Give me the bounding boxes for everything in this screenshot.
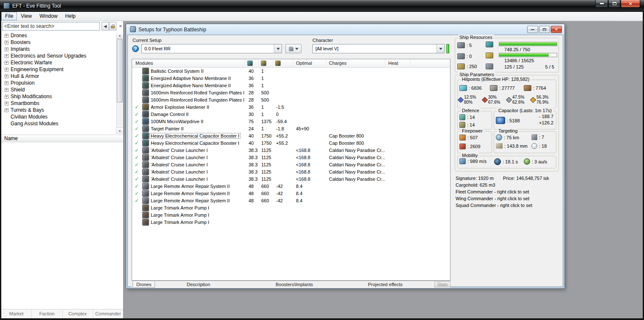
name-column-header[interactable]: Name [1,135,123,142]
help-icon[interactable]: ? [132,45,139,52]
tab-description[interactable]: Description [183,281,213,287]
powergrid-icon[interactable] [261,61,266,66]
titlebar[interactable]: EFT - Eve Fitting Tool × [0,0,644,12]
sidebar-tab-complex[interactable]: Complex [63,309,93,318]
module-row[interactable]: ✓'Arbalest' Cruise Launcher I38.31125<16… [132,168,450,176]
module-row[interactable]: ✓Armor Explosive Hardener II361-1.5 [132,104,450,111]
module-row[interactable]: ✓Damage Control II3010 [132,111,450,118]
menu-help[interactable]: Help [61,12,80,20]
tree-item[interactable]: +Implants [2,46,116,52]
tree-item[interactable]: +Ship Modifications [2,93,116,100]
module-row[interactable]: ✓'Arbalest' Cruise Launcher I38.31125<16… [132,176,450,183]
expand-plus-icon[interactable]: + [5,41,8,44]
module-row[interactable]: Large Trimark Armor Pump I [132,219,450,226]
module-row[interactable]: Ballistic Control System II401 [132,68,450,75]
expand-plus-icon[interactable]: + [5,34,8,38]
menu-view[interactable]: View [17,12,36,20]
expand-plus-icon[interactable]: + [5,68,8,72]
tree-item[interactable]: Gang Assist Modules [2,120,116,127]
scrollbar-thumb[interactable] [117,39,123,102]
expand-plus-icon[interactable]: + [5,108,8,112]
tree-item[interactable]: +Propulsion [2,80,116,86]
tree-item-label: Implants [11,46,30,52]
tree-item[interactable]: +Boosters [2,39,116,46]
tree-item[interactable]: +Smartbombs [2,100,116,107]
module-row[interactable]: ✓'Arbalest' Cruise Launcher I38.31125<16… [132,147,450,154]
expand-plus-icon[interactable]: + [5,54,8,58]
tree-item[interactable]: Civilian Modules [2,113,116,120]
expand-plus-icon[interactable]: + [5,74,8,78]
sidebar-tab-commander[interactable]: Commander [93,309,123,318]
module-row[interactable]: 1600mm Reinforced Rolled Tungsten Plates… [132,97,450,104]
module-row[interactable]: Energized Adaptive Nano Membrane II361 [132,75,450,82]
setup-titlebar[interactable]: Setups for Typhoon Battleship × [126,24,564,35]
tab-projected-effects[interactable]: Projected effects [365,281,406,287]
expand-plus-icon[interactable]: + [5,61,8,65]
tree-item[interactable]: +Hull & Armor [2,73,116,80]
tree-item[interactable]: +Electronic Warfare [2,59,116,66]
wing-commander-text[interactable]: Wing Commander - right click to set [456,195,560,202]
setup-tools-button[interactable] [285,44,301,53]
module-row[interactable]: ✓'Arbalest' Cruise Launcher I38.31125<16… [132,161,450,168]
tab-drones[interactable]: Drones [133,281,155,288]
tab-boosters-implants[interactable]: Boosters\Implants [272,281,316,287]
tree-item[interactable]: +Shield [2,86,116,93]
module-row[interactable]: ✓Large Remote Armor Repair System II4866… [132,190,450,197]
module-row[interactable]: ✓Heavy Electrochemical Capacitor Booster… [132,132,450,140]
character-combobox[interactable]: [All level V] [312,44,445,53]
menu-file[interactable]: File [1,12,17,20]
scroll-down-icon[interactable]: ▼ [116,127,123,134]
column-heat[interactable]: Heat [388,61,398,66]
module-row[interactable]: ✓Heavy Electrochemical Capacitor Booster… [132,140,450,147]
search-back-button[interactable]: ◀ [102,22,109,30]
module-row[interactable]: Energized Adaptive Nano Membrane II361 [132,82,450,89]
chevron-down-icon[interactable] [274,44,282,53]
module-row[interactable]: Large Trimark Armor Pump I [132,212,450,219]
stats-button[interactable]: Stats [434,281,451,287]
module-row[interactable]: 1600mm Reinforced Rolled Tungsten Plates… [132,89,450,97]
setup-maximize-button[interactable] [539,26,550,33]
module-row[interactable]: ✓'Arbalest' Cruise Launcher I38.31125<16… [132,154,450,161]
module-row[interactable]: ✓Large Remote Armor Repair System II4866… [132,197,450,204]
module-cpu-value: 48 [249,191,254,196]
cpu-icon[interactable] [247,61,253,66]
expand-plus-icon[interactable]: + [5,47,8,51]
tree-scrollbar[interactable]: ▲ ▼ [116,32,123,134]
sidebar-tab-faction[interactable]: Faction [32,309,62,318]
eft-application-window: EFT - Eve Fitting Tool × FileViewWindowH… [0,0,644,320]
tree-item[interactable]: +Electronics and Sensor Upgrades [2,52,116,59]
module-name: 100MN MicroWarpdrive II [151,119,203,124]
lock-button[interactable] [109,22,116,30]
setup-close-button[interactable]: × [551,26,562,33]
capacitor-usage-icon[interactable] [275,61,281,66]
modules-table-header[interactable]: Modules Optimal Charges Heat [132,59,450,68]
modules-table-body: Ballistic Control System II401Energized … [132,68,450,280]
setup-minimize-button[interactable] [527,26,538,33]
current-setup-combobox[interactable]: 0.0 Fleet RR [141,44,282,53]
maximize-button[interactable] [608,0,620,8]
expand-plus-icon[interactable]: + [5,102,8,105]
column-optimal[interactable]: Optimal [296,61,312,66]
squad-commander-text[interactable]: Squad Commander - right click to set [456,202,560,209]
fleet-commander-text[interactable]: Fleet Commander - right click to set [456,188,560,195]
scroll-up-icon[interactable]: ▲ [116,32,123,39]
tree-item[interactable]: +Engineering Equipment [2,66,116,73]
menu-window[interactable]: Window [36,12,61,20]
minimize-button[interactable] [595,0,608,8]
module-row[interactable]: ✓100MN MicroWarpdrive II751375-59.4 [132,118,450,125]
column-charges[interactable]: Charges [329,61,347,66]
module-row[interactable]: ✓Large Remote Armor Repair System II4866… [132,183,450,190]
expand-plus-icon[interactable]: + [5,81,8,85]
search-input[interactable] [2,22,100,30]
chevron-down-icon[interactable] [437,44,444,53]
expand-plus-icon[interactable]: + [5,95,8,99]
column-modules[interactable]: Modules [135,61,153,66]
close-button[interactable]: × [621,0,640,8]
sidebar-tab-market[interactable]: Market [1,309,32,318]
search-clear-button[interactable]: × [117,22,124,30]
module-row[interactable]: ✓Target Painter II241-1.845+90 [132,125,450,132]
module-row[interactable]: Large Trimark Armor Pump I [132,204,450,212]
tree-item[interactable]: +Turrets & Bays [2,107,116,113]
expand-plus-icon[interactable]: + [5,88,8,92]
tree-item[interactable]: +Drones [2,32,116,39]
